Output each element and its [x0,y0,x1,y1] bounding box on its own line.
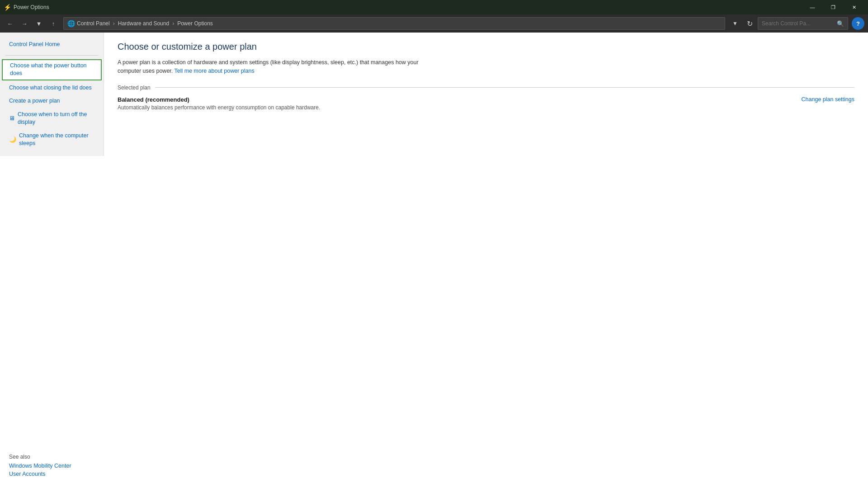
sidebar: Control Panel Home Choose what the power… [0,33,104,156]
minimize-button[interactable]: — [802,0,823,14]
home-label: Control Panel Home [9,41,60,49]
sidebar-item-power-button[interactable]: Choose what the power button does [2,59,102,80]
sidebar-item-lid[interactable]: Choose what closing the lid does [0,81,104,95]
change-plan-link[interactable]: Change plan settings [802,96,854,103]
sidebar-item-sleep[interactable]: 🌙 Change when the computer sleeps [0,129,104,150]
sidebar-item-create-plan[interactable]: Create a power plan [0,94,104,108]
help-button[interactable]: ? [852,17,864,30]
content-area: Choose or customize a power plan A power… [104,33,868,488]
address-bar: ← → ▼ ↑ 🌐 Control Panel › Hardware and S… [0,14,868,33]
sidebar-item-home[interactable]: Control Panel Home [0,38,104,52]
dropdown-button[interactable]: ▼ [33,17,45,30]
display-icon: 🖥 [9,114,15,122]
forward-button[interactable]: → [18,17,31,30]
breadcrumb-part-3: Power Options [177,20,213,27]
separator-1: › [113,20,115,27]
address-field[interactable]: 🌐 Control Panel › Hardware and Sound › P… [63,17,725,30]
folder-icon: 🌐 [67,20,75,27]
description-text: A power plan is a collection of hardware… [118,59,419,74]
separator-2: › [172,20,174,27]
sidebar-label-power-button: Choose what the power button does [10,62,96,78]
selected-plan-header: Selected plan [118,84,854,91]
breadcrumb-part-2: Hardware and Sound [118,20,169,27]
refresh-button[interactable]: ↻ [743,17,756,30]
sleep-icon: 🌙 [9,136,16,144]
sidebar-label-sleep: Change when the computer sleeps [19,132,98,148]
sidebar-label-create-plan: Create a power plan [9,97,60,105]
title-bar: ⚡ Power Options — ❐ ✕ [0,0,868,14]
see-also-mobility-center[interactable]: Windows Mobility Center [9,463,95,469]
plan-info: Balanced (recommended) Automatically bal… [118,96,793,111]
maximize-button[interactable]: ❐ [823,0,844,14]
main-layout: Control Panel Home Choose what the power… [0,33,868,488]
app-icon: ⚡ [4,4,11,11]
window-controls: — ❐ ✕ [802,0,864,14]
address-history-button[interactable]: ▼ [729,17,741,30]
see-also-section: See also Windows Mobility Center User Ac… [0,454,104,479]
search-input[interactable] [762,20,835,27]
learn-more-link[interactable]: Tell me more about power plans [175,68,255,74]
breadcrumb-part-1: Control Panel [77,20,110,27]
sidebar-item-display[interactable]: 🖥 Choose when to turn off the display [0,108,104,129]
search-icon: 🔍 [837,20,844,27]
page-title: Choose or customize a power plan [118,42,854,52]
plan-row: Balanced (recommended) Automatically bal… [118,96,854,111]
see-also-user-accounts[interactable]: User Accounts [9,471,95,477]
plan-description: Automatically balances performance with … [118,104,793,111]
plan-name: Balanced (recommended) [118,96,793,103]
description: A power plan is a collection of hardware… [118,58,434,75]
window-title: Power Options [14,4,802,10]
see-also-title: See also [9,454,95,460]
plan-divider [155,87,854,88]
sidebar-label-lid: Choose what closing the lid does [9,84,92,92]
up-button[interactable]: ↑ [47,17,60,30]
sidebar-divider-1 [5,55,98,56]
sidebar-label-display: Choose when to turn off the display [18,111,98,127]
search-box[interactable]: 🔍 [758,17,848,30]
selected-plan-label: Selected plan [118,84,151,91]
close-button[interactable]: ✕ [844,0,864,14]
sidebar-wrapper: Control Panel Home Choose what the power… [0,33,104,488]
back-button[interactable]: ← [4,17,16,30]
